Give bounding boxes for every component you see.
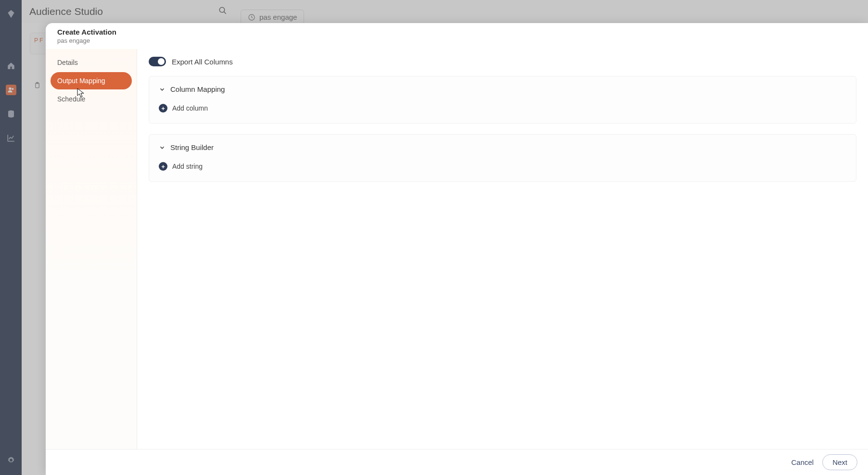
string-builder-panel: String Builder + Add string <box>149 134 856 182</box>
plus-icon: + <box>159 162 167 171</box>
plus-icon: + <box>159 104 167 112</box>
step-output-mapping[interactable]: Output Mapping <box>51 72 132 89</box>
step-schedule[interactable]: Schedule <box>51 90 132 108</box>
content-area: Export All Columns Column Mapping + Add … <box>137 49 868 449</box>
create-activation-modal: Create Activation pas engage Details Out… <box>46 23 868 475</box>
chevron-down-icon <box>159 86 166 93</box>
add-string-button[interactable]: + Add string <box>159 162 846 171</box>
add-string-label: Add string <box>172 162 203 170</box>
modal-subtitle: pas engage <box>57 37 856 44</box>
column-mapping-panel: Column Mapping + Add column <box>149 76 856 124</box>
export-all-columns-toggle[interactable] <box>149 57 166 66</box>
next-button[interactable]: Next <box>822 454 857 470</box>
chevron-down-icon <box>159 144 166 151</box>
column-mapping-title: Column Mapping <box>170 85 225 93</box>
column-mapping-header[interactable]: Column Mapping <box>159 85 846 93</box>
step-details[interactable]: Details <box>51 54 132 71</box>
string-builder-header[interactable]: String Builder <box>159 143 846 151</box>
export-all-columns-label: Export All Columns <box>172 58 233 66</box>
modal-header: Create Activation pas engage <box>46 23 868 49</box>
modal-footer: Cancel Next <box>46 449 868 475</box>
string-builder-title: String Builder <box>170 143 214 151</box>
steps-sidebar: Details Output Mapping Schedule <box>46 49 137 449</box>
add-column-button[interactable]: + Add column <box>159 104 846 112</box>
add-column-label: Add column <box>172 104 208 112</box>
cancel-button[interactable]: Cancel <box>791 458 814 466</box>
modal-title: Create Activation <box>57 28 856 36</box>
